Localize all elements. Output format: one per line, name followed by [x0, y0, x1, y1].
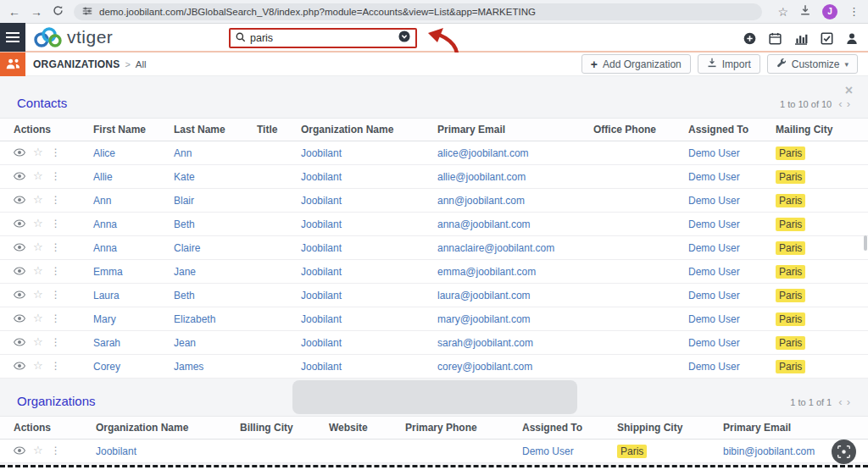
- last-name-link[interactable]: Elizabeth: [174, 313, 215, 325]
- browser-menu-icon[interactable]: ⋮: [849, 5, 860, 18]
- more-actions-icon[interactable]: ⋮: [51, 361, 61, 371]
- follow-star-icon[interactable]: ☆: [33, 312, 43, 323]
- last-name-link[interactable]: Jane: [174, 266, 196, 278]
- preview-eye-icon[interactable]: [14, 267, 25, 275]
- last-name-link[interactable]: Claire: [174, 242, 200, 254]
- follow-star-icon[interactable]: ☆: [33, 336, 43, 347]
- global-search-box[interactable]: [229, 28, 417, 48]
- primary-email-link[interactable]: laura@joobilant.com: [437, 290, 531, 301]
- organizations-next-page-icon[interactable]: ›: [846, 395, 851, 408]
- assigned-to-link[interactable]: Demo User: [688, 266, 740, 278]
- follow-star-icon[interactable]: ☆: [33, 194, 43, 205]
- more-actions-icon[interactable]: ⋮: [51, 242, 61, 252]
- contact-row[interactable]: ☆ ⋮ Alice Ann Joobilant alice@joobilant.…: [0, 141, 868, 165]
- preview-eye-icon[interactable]: [14, 446, 25, 455]
- assigned-to-link[interactable]: Demo User: [688, 313, 740, 325]
- preview-eye-icon[interactable]: [14, 338, 25, 346]
- follow-star-icon[interactable]: ☆: [33, 360, 43, 371]
- primary-email-link[interactable]: allie@joobilant.com: [437, 171, 526, 183]
- organization-link[interactable]: Joobilant: [301, 361, 342, 373]
- reports-chart-icon[interactable]: [794, 32, 808, 45]
- primary-email-link[interactable]: corey@joobilant.com: [437, 361, 532, 373]
- user-profile-icon[interactable]: [846, 32, 858, 45]
- download-icon[interactable]: [799, 4, 811, 19]
- assigned-to-link[interactable]: Demo User: [688, 171, 740, 183]
- back-icon[interactable]: ←: [8, 6, 20, 18]
- reload-icon[interactable]: [53, 5, 64, 18]
- preview-eye-icon[interactable]: [14, 243, 25, 252]
- contacts-next-page-icon[interactable]: ›: [846, 97, 851, 110]
- organization-link[interactable]: Joobilant: [301, 337, 342, 349]
- preview-eye-icon[interactable]: [14, 219, 25, 228]
- first-name-link[interactable]: Mary: [93, 313, 116, 325]
- browser-profile-avatar[interactable]: J: [822, 4, 837, 19]
- contact-row[interactable]: ☆ ⋮ Ann Blair Joobilant ann@joobilant.co…: [0, 189, 868, 213]
- organization-link[interactable]: Joobilant: [301, 313, 342, 325]
- assigned-to-link[interactable]: Demo User: [688, 147, 740, 159]
- primary-email-link[interactable]: anna@joobilant.com: [437, 218, 531, 230]
- organization-row[interactable]: ☆ ⋮ Joobilant Demo User Paris bibin@joob…: [0, 440, 868, 463]
- follow-star-icon[interactable]: ☆: [33, 289, 43, 300]
- preview-eye-icon[interactable]: [14, 196, 25, 204]
- forward-icon[interactable]: →: [31, 6, 42, 18]
- organization-link[interactable]: Joobilant: [301, 290, 342, 301]
- breadcrumb-view[interactable]: All: [136, 59, 147, 69]
- contact-row[interactable]: ☆ ⋮ Corey James Joobilant corey@joobilan…: [0, 355, 868, 379]
- follow-star-icon[interactable]: ☆: [33, 241, 43, 252]
- more-actions-icon[interactable]: ⋮: [51, 195, 61, 205]
- organization-link[interactable]: Joobilant: [301, 218, 342, 230]
- follow-star-icon[interactable]: ☆: [33, 445, 43, 456]
- assigned-to-link[interactable]: Demo User: [688, 242, 740, 254]
- primary-email-link[interactable]: alice@joobilant.com: [437, 147, 529, 159]
- contact-row[interactable]: ☆ ⋮ Laura Beth Joobilant laura@joobilant…: [0, 284, 868, 307]
- follow-star-icon[interactable]: ☆: [33, 265, 43, 276]
- primary-email-link[interactable]: bibin@joobilant.com: [723, 445, 815, 457]
- organization-link[interactable]: Joobilant: [301, 242, 342, 254]
- last-name-link[interactable]: Kate: [174, 171, 195, 183]
- assigned-to-link[interactable]: Demo User: [522, 445, 574, 457]
- organizations-module-icon[interactable]: [0, 53, 25, 76]
- organization-link[interactable]: Joobilant: [301, 147, 342, 159]
- screen-record-button[interactable]: [832, 440, 856, 464]
- contact-row[interactable]: ☆ ⋮ Anna Claire Joobilant annaclaire@joo…: [0, 236, 868, 260]
- contact-row[interactable]: ☆ ⋮ Emma Jane Joobilant emma@joobilant.c…: [0, 260, 868, 284]
- quick-create-plus-icon[interactable]: [743, 32, 756, 45]
- follow-star-icon[interactable]: ☆: [33, 218, 43, 229]
- contact-row[interactable]: ☆ ⋮ Allie Kate Joobilant allie@joobilant…: [0, 165, 868, 189]
- last-name-link[interactable]: Beth: [174, 218, 195, 230]
- last-name-link[interactable]: James: [174, 361, 203, 373]
- first-name-link[interactable]: Anna: [93, 218, 117, 230]
- assigned-to-link[interactable]: Demo User: [688, 195, 740, 207]
- contact-row[interactable]: ☆ ⋮ Mary Elizabeth Joobilant mary@joobil…: [0, 307, 868, 331]
- import-button[interactable]: Import: [698, 54, 760, 74]
- customize-button[interactable]: Customize ▾: [767, 54, 858, 74]
- first-name-link[interactable]: Emma: [93, 266, 123, 278]
- last-name-link[interactable]: Blair: [174, 195, 194, 207]
- primary-email-link[interactable]: annaclaire@joobilant.com: [437, 242, 554, 254]
- contact-row[interactable]: ☆ ⋮ Sarah Jean Joobilant sarah@joobilant…: [0, 331, 868, 355]
- breadcrumb-module[interactable]: ORGANIZATIONS: [33, 58, 120, 70]
- follow-star-icon[interactable]: ☆: [33, 170, 43, 181]
- first-name-link[interactable]: Allie: [93, 171, 113, 183]
- primary-email-link[interactable]: emma@joobilant.com: [437, 266, 536, 278]
- primary-email-link[interactable]: sarah@joobilant.com: [437, 337, 533, 349]
- calendar-icon[interactable]: [769, 32, 782, 45]
- organization-link[interactable]: Joobilant: [301, 195, 342, 207]
- address-bar[interactable]: demo.joobilant.com/JBGlobalSearch_V8/ind…: [74, 3, 762, 20]
- page-scrollbar[interactable]: [864, 235, 867, 251]
- preview-eye-icon[interactable]: [14, 172, 25, 180]
- more-actions-icon[interactable]: ⋮: [51, 337, 61, 347]
- preview-eye-icon[interactable]: [14, 148, 25, 157]
- last-name-link[interactable]: Beth: [174, 290, 195, 301]
- first-name-link[interactable]: Anna: [93, 242, 117, 254]
- tasks-checkbox-icon[interactable]: [821, 32, 833, 45]
- first-name-link[interactable]: Laura: [93, 290, 120, 301]
- more-actions-icon[interactable]: ⋮: [51, 147, 61, 158]
- more-actions-icon[interactable]: ⋮: [51, 218, 61, 229]
- contacts-prev-page-icon[interactable]: ‹: [837, 97, 843, 110]
- bookmark-star-icon[interactable]: ☆: [777, 5, 788, 19]
- more-actions-icon[interactable]: ⋮: [51, 313, 61, 323]
- assigned-to-link[interactable]: Demo User: [688, 337, 740, 349]
- first-name-link[interactable]: Corey: [93, 361, 120, 373]
- last-name-link[interactable]: Jean: [174, 337, 196, 349]
